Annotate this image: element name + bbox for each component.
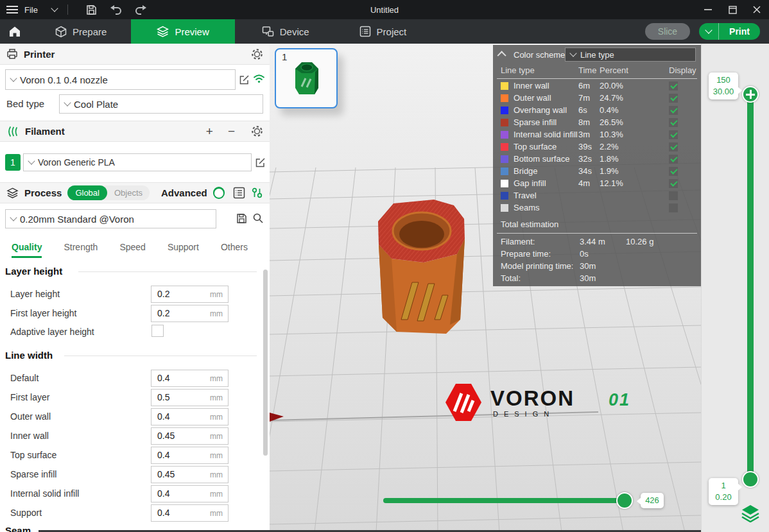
tab-preview[interactable]: Preview (131, 19, 234, 44)
line-width-inner-wall-input[interactable]: 0.45mm (151, 427, 229, 445)
legend-column-headers: Line type Time Percent Display (493, 65, 701, 78)
display-checkbox[interactable] (669, 118, 678, 127)
remove-filament-button[interactable]: − (228, 124, 235, 139)
color-scheme-value: Line type (580, 50, 614, 60)
line-type-swatch (501, 131, 508, 139)
line-width-internal-solid-infill-input[interactable]: 0.4mm (151, 485, 229, 502)
legend-row: Top surface39s2.2% (493, 141, 701, 153)
file-menu[interactable]: File (24, 5, 38, 15)
layer-slider-bottom-handle[interactable] (742, 471, 759, 488)
tab-strength[interactable]: Strength (64, 242, 98, 258)
hamburger-menu-icon[interactable] (6, 5, 18, 14)
scope-objects-button[interactable]: Objects (107, 188, 150, 198)
legend-divider (497, 78, 697, 79)
save-icon[interactable] (86, 4, 97, 15)
first-layer-height-input[interactable]: 0.2 mm (151, 305, 229, 322)
bed-type-value: Cool Plate (74, 99, 118, 110)
layer-slider-track[interactable] (747, 94, 754, 480)
plate-id-label: 01 (609, 390, 630, 410)
scope-global-button[interactable]: Global (67, 185, 107, 200)
file-menu-chevron-icon[interactable] (51, 4, 58, 12)
display-checkbox[interactable] (669, 94, 678, 103)
layer-height-input[interactable]: 0.2 mm (151, 286, 229, 303)
tab-others[interactable]: Others (221, 242, 248, 258)
setting-label: Internal solid infill (10, 488, 79, 499)
step-slider-handle[interactable] (616, 492, 633, 509)
step-slider-track[interactable] (383, 498, 632, 503)
wifi-connection-icon[interactable] (253, 73, 265, 83)
display-checkbox[interactable] (669, 191, 678, 200)
total-row: Total:30m (493, 272, 701, 284)
tab-prepare[interactable]: Prepare (39, 19, 123, 44)
preview-3d-viewport[interactable]: VORON DESIGN 01 1 Color scheme (270, 44, 769, 532)
display-checkbox[interactable] (669, 155, 678, 164)
tab-support[interactable]: Support (168, 242, 199, 258)
plate-thumbnail[interactable]: 1 (275, 48, 338, 108)
tab-speed[interactable]: Speed (119, 242, 145, 258)
thumbnail-model-image (289, 57, 325, 98)
process-preset-select[interactable]: 0.20mm Standard @Voron (5, 209, 216, 228)
line-width-sparse-infill-input[interactable]: 0.45mm (151, 466, 229, 483)
adaptive-layer-height-checkbox[interactable] (151, 325, 164, 337)
total-estimation-title: Total estimation (501, 219, 558, 229)
slicer-app-window: File Untitled Prepare Preview Devi (0, 0, 769, 532)
slice-button[interactable]: Slice (645, 23, 690, 40)
filament-preset-select[interactable]: Voron Generic PLA (23, 153, 252, 171)
undo-icon[interactable] (110, 5, 122, 15)
maximize-button[interactable] (720, 0, 745, 19)
search-settings-icon[interactable] (252, 212, 264, 224)
display-checkbox[interactable] (669, 82, 678, 90)
printer-preset-select[interactable]: Voron 0.1 0.4 nozzle (5, 69, 236, 90)
input-value: 0.2 (157, 289, 169, 299)
tab-preview-label: Preview (175, 26, 209, 37)
printer-settings-gear-icon[interactable] (251, 48, 263, 60)
setting-label: Outer wall (10, 411, 51, 422)
line-width-support-input[interactable]: 0.4mm (151, 504, 229, 522)
home-button[interactable] (0, 19, 30, 44)
collapse-panel-icon[interactable] (497, 51, 506, 60)
compare-presets-icon[interactable] (251, 187, 263, 199)
process-preset-value: 0.20mm Standard @Voron (20, 214, 134, 225)
display-checkbox[interactable] (669, 130, 678, 139)
edit-filament-icon[interactable] (255, 157, 266, 168)
tab-quality[interactable]: Quality (12, 242, 42, 258)
line-type-swatch (501, 107, 508, 114)
display-checkbox[interactable] (669, 179, 678, 188)
line-width-default-input[interactable]: 0.4mm (151, 370, 229, 387)
color-scheme-select[interactable]: Line type (565, 47, 696, 62)
redo-icon[interactable] (135, 5, 147, 15)
layer-view-icon[interactable] (741, 504, 760, 522)
print-button[interactable]: Print (719, 23, 760, 40)
layer-slider-top-handle[interactable] (742, 86, 759, 103)
line-width-outer-wall-input[interactable]: 0.4mm (151, 408, 229, 425)
add-filament-button[interactable]: + (206, 124, 213, 139)
sidebar-scrollbar[interactable] (263, 270, 268, 456)
display-checkbox[interactable] (669, 142, 678, 151)
display-checkbox[interactable] (669, 203, 678, 212)
display-checkbox[interactable] (669, 167, 678, 176)
legend-row: Sparse infill8m26.5% (493, 116, 701, 128)
advanced-toggle[interactable] (213, 187, 225, 199)
legend-row: Inner wall6m20.0% (493, 80, 701, 92)
filament-settings-gear-icon[interactable] (251, 125, 263, 137)
minimize-button[interactable] (696, 0, 720, 19)
printer-icon (6, 48, 18, 60)
display-checkbox[interactable] (669, 106, 678, 115)
close-button[interactable] (745, 0, 769, 19)
print-dropdown-button[interactable] (699, 23, 719, 40)
line-width-first-layer-input[interactable]: 0.5mm (151, 389, 229, 406)
edit-printer-icon[interactable] (239, 74, 250, 85)
tab-project[interactable]: Project (343, 19, 424, 44)
tab-device[interactable]: Device (245, 19, 326, 44)
tab-device-label: Device (280, 26, 309, 37)
view-list-icon[interactable] (233, 187, 245, 199)
sliced-model[interactable] (378, 200, 465, 334)
filament-slot-badge[interactable]: 1 (5, 154, 21, 171)
printer-section-title: Printer (24, 49, 55, 60)
save-preset-icon[interactable] (236, 213, 247, 224)
bed-type-select[interactable]: Cool Plate (59, 94, 263, 114)
filament-section-title: Filament (25, 126, 65, 137)
line-width-top-surface-input[interactable]: 0.4mm (151, 447, 229, 464)
legend-row: Outer wall7m24.7% (493, 92, 701, 104)
voron-hexagon-logo-icon (444, 382, 483, 422)
